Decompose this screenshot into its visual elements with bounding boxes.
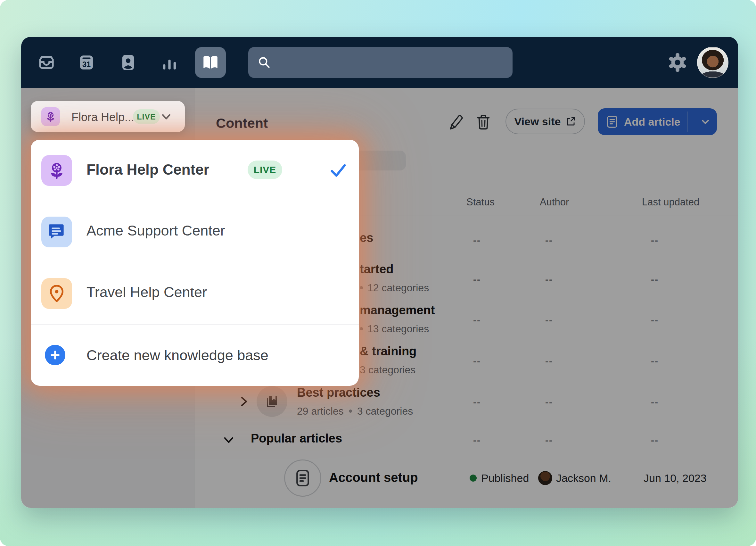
live-badge: LIVE	[248, 161, 282, 179]
flower-icon	[41, 155, 72, 186]
kb-option-flora-help-center[interactable]: Flora Help Center LIVE	[31, 140, 359, 201]
user-avatar[interactable]	[697, 47, 728, 78]
switcher-label: Flora Help...	[71, 111, 134, 124]
calendar-nav-button[interactable]: 31	[71, 47, 102, 78]
chevron-down-icon	[159, 109, 174, 124]
flower-icon	[41, 107, 60, 126]
kb-option-acme-support-center[interactable]: Acme Support Center	[31, 201, 359, 263]
chat-icon	[41, 217, 72, 247]
kb-option-label: Acme Support Center	[86, 222, 225, 239]
knowledge-base-nav-button[interactable]	[195, 47, 226, 78]
app-window: 31	[21, 37, 738, 508]
live-badge: LIVE	[133, 109, 160, 124]
inbox-nav-button[interactable]	[31, 47, 62, 78]
create-knowledge-base-button[interactable]: Create new knowledge base	[31, 325, 359, 386]
selected-check-icon	[329, 161, 347, 179]
kb-option-label: Flora Help Center	[86, 161, 209, 178]
map-pin-icon	[41, 278, 72, 309]
plus-icon	[45, 345, 65, 365]
kb-option-travel-help-center[interactable]: Travel Help Center	[31, 263, 359, 324]
knowledge-base-switcher-button[interactable]: Flora Help... LIVE	[31, 101, 185, 132]
calendar-icon: 31	[77, 53, 96, 72]
svg-text:31: 31	[82, 60, 91, 69]
gear-icon	[668, 53, 687, 72]
analytics-icon	[160, 53, 179, 72]
knowledge-base-icon	[201, 53, 220, 72]
create-knowledge-base-label: Create new knowledge base	[86, 347, 268, 364]
top-navbar: 31	[21, 37, 738, 88]
inbox-icon	[37, 53, 56, 72]
analytics-nav-button[interactable]	[154, 47, 185, 78]
desktop-background: 31	[0, 0, 756, 546]
contacts-icon	[119, 53, 137, 72]
search-icon	[257, 55, 271, 70]
global-search-input[interactable]	[248, 47, 513, 78]
knowledge-base-dropdown: Flora Help Center LIVE Acme Support Cent…	[31, 140, 359, 386]
settings-button[interactable]	[662, 47, 693, 78]
kb-option-label: Travel Help Center	[86, 284, 207, 301]
contacts-nav-button[interactable]	[113, 47, 144, 78]
